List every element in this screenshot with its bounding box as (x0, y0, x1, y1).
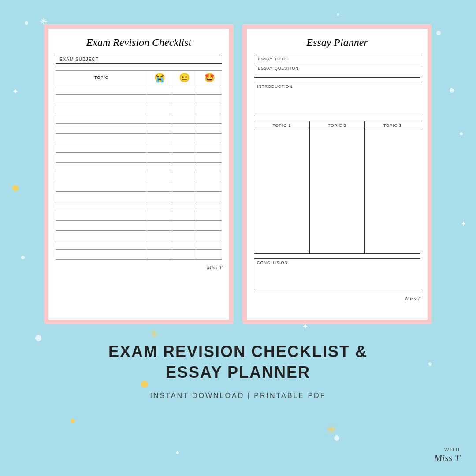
emoji-cell (172, 211, 197, 221)
table-row (56, 95, 222, 104)
table-row (56, 104, 222, 114)
subtitle: INSTANT DOWNLOAD | PRINTABLE PDF (108, 392, 368, 400)
documents-row: Exam Revision Checklist EXAM SUBJECT TOP… (44, 24, 432, 324)
table-row (56, 182, 222, 192)
topic-cell (56, 85, 147, 95)
topic-cell (56, 124, 147, 134)
topic-cell (56, 182, 147, 192)
main-container: Exam Revision Checklist EXAM SUBJECT TOP… (0, 0, 476, 476)
topic-header: TOPIC (56, 71, 147, 85)
emoji-cell (197, 231, 222, 240)
emoji-cell (172, 124, 197, 134)
table-row (56, 172, 222, 182)
essay-title-field: ESSAY TITLE (254, 55, 420, 64)
checklist-inner: Exam Revision Checklist EXAM SUBJECT TOP… (48, 29, 229, 320)
emoji-cell (172, 221, 197, 231)
table-row (56, 201, 222, 211)
conclusion-label: CONCLUSION (254, 259, 420, 266)
emoji-cell (197, 182, 222, 192)
emoji-cell (147, 192, 172, 201)
emoji-cell (197, 85, 222, 95)
emoji-cell (147, 182, 172, 192)
essay-planner-title: Essay Planner (254, 37, 420, 48)
topic-cell (56, 231, 147, 240)
emoji-cell (147, 221, 172, 231)
topic-cell (56, 211, 147, 221)
emoji-cell (172, 250, 197, 260)
emoji-cell (172, 104, 197, 114)
emoji-cell (147, 114, 172, 124)
emoji-cell (147, 95, 172, 104)
emoji-cell (147, 163, 172, 172)
table-row (56, 163, 222, 172)
emoji2-header: 😐 (172, 71, 197, 85)
topic2-cell (309, 130, 365, 254)
emoji-cell (147, 211, 172, 221)
topic-cell (56, 134, 147, 143)
checklist-table: TOPIC 😭 😐 🤩 (56, 70, 222, 260)
table-row (56, 211, 222, 221)
topic2-header: TOPIC 2 (309, 121, 365, 130)
essay-signature: Miss T (254, 295, 420, 302)
conclusion-content (254, 266, 420, 290)
emoji-cell (197, 201, 222, 211)
emoji-cell (197, 240, 222, 250)
emoji-cell (147, 172, 172, 182)
essay-planner-card: Essay Planner ESSAY TITLE ESSAY QUESTION… (242, 24, 432, 324)
emoji-cell (172, 192, 197, 201)
emoji-cell (147, 153, 172, 163)
table-row (56, 240, 222, 250)
emoji-cell (197, 153, 222, 163)
topic1-cell (254, 130, 310, 254)
topic-cell (56, 201, 147, 211)
emoji3-header: 🤩 (197, 71, 222, 85)
table-row (56, 192, 222, 201)
checklist-signature: Miss T (56, 264, 222, 271)
emoji1-header: 😭 (147, 71, 172, 85)
emoji-cell (197, 192, 222, 201)
topic3-header: TOPIC 3 (365, 121, 420, 130)
emoji-cell (172, 143, 197, 153)
topic-cell (56, 163, 147, 172)
emoji-cell (172, 134, 197, 143)
emoji-cell (197, 143, 222, 153)
topic-cell (56, 114, 147, 124)
table-row (56, 134, 222, 143)
subject-box: EXAM SUBJECT (56, 55, 222, 64)
emoji-cell (197, 114, 222, 124)
emoji-cell (172, 153, 197, 163)
table-row (56, 153, 222, 163)
emoji-cell (197, 221, 222, 231)
emoji-cell (172, 231, 197, 240)
emoji-cell (147, 250, 172, 260)
emoji-cell (147, 240, 172, 250)
emoji-cell (147, 85, 172, 95)
topics-table: TOPIC 1 TOPIC 2 TOPIC 3 (254, 121, 420, 254)
emoji-cell (197, 124, 222, 134)
emoji-cell (172, 240, 197, 250)
emoji-cell (172, 201, 197, 211)
topic-cell (56, 153, 147, 163)
topic-cell (56, 250, 147, 260)
topic-cell (56, 104, 147, 114)
emoji-cell (197, 172, 222, 182)
checklist-title: Exam Revision Checklist (56, 37, 222, 48)
branding-with: WITH (434, 447, 460, 452)
emoji-cell (197, 211, 222, 221)
branding: WITH Miss T (434, 447, 460, 464)
emoji-cell (172, 114, 197, 124)
emoji-cell (172, 172, 197, 182)
topic-cell (56, 95, 147, 104)
topic-cell (56, 192, 147, 201)
bottom-section: EXAM REVISION CHECKLIST &ESSAY PLANNER I… (91, 342, 385, 400)
introduction-box: INTRODUCTION (254, 82, 420, 116)
topic-cell (56, 172, 147, 182)
topic1-header: TOPIC 1 (254, 121, 310, 130)
table-row (56, 143, 222, 153)
emoji-cell (172, 182, 197, 192)
introduction-content (254, 89, 420, 116)
topic-cell (56, 240, 147, 250)
emoji-cell (147, 231, 172, 240)
topic-cell (56, 221, 147, 231)
table-row (56, 250, 222, 260)
